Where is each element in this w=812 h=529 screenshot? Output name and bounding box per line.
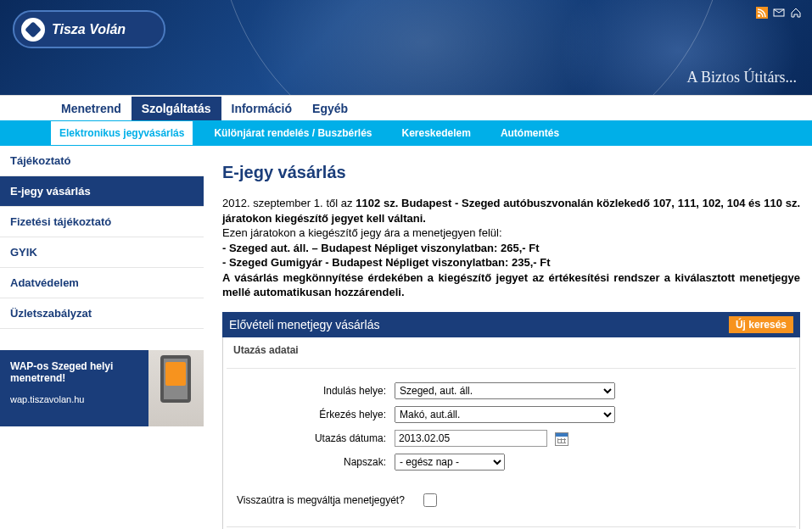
sidebar: Tájékoztató E-jegy vásárlás Fizetési táj… (0, 146, 204, 529)
nav-szolgaltatas[interactable]: Szolgáltatás (132, 97, 221, 120)
section-title: Elővételi menetjegy vásárlás (229, 318, 379, 331)
daypart-select[interactable]: - egész nap - (395, 454, 505, 471)
date-label: Utazás dátuma: (233, 432, 395, 444)
logo-mark-icon (21, 18, 45, 42)
intro-line2: Ezen járatokon a kiegészítő jegy ára a m… (222, 226, 502, 239)
daypart-label: Napszak: (233, 456, 395, 468)
wap-promo-box[interactable]: WAP-os Szeged helyi menetrend! wap.tisza… (0, 350, 204, 426)
return-checkbox[interactable] (423, 493, 437, 507)
sidebar-item-ejegy[interactable]: E-jegy vásárlás (0, 176, 204, 207)
tab-automentes[interactable]: Autómentés (492, 121, 568, 145)
home-icon[interactable] (790, 7, 802, 19)
top-utility-icons (756, 7, 802, 19)
section-bar: Elővételi menetjegy vásárlás Új keresés (222, 312, 800, 337)
mail-icon[interactable] (773, 7, 785, 19)
sidebar-item-fizetesi[interactable]: Fizetési tájékoztató (0, 207, 204, 237)
nav-informacio[interactable]: Információ (221, 97, 303, 120)
main-content: E-jegy vásárlás 2012. szeptember 1. től … (204, 146, 812, 529)
nav-menetrend[interactable]: Menetrend (51, 97, 132, 120)
brand-name: Tisza Volán (52, 22, 126, 37)
wap-promo-title: WAP-os Szeged helyi menetrend! (10, 360, 113, 384)
intro-bold4: A vásárlás megkönnyítése érdekében a kie… (222, 271, 800, 299)
panel-subtitle: Utazás adatai (227, 341, 796, 369)
sidebar-item-gyik[interactable]: GYIK (0, 237, 204, 268)
wap-promo-url: wap.tiszavolan.hu (10, 394, 138, 404)
panel-divider (227, 526, 796, 527)
intro-text: 2012. szeptember 1. től az 1102 sz. Buda… (222, 196, 800, 300)
departure-select[interactable]: Szeged, aut. áll. (395, 382, 615, 399)
sidebar-item-uzletszabalyzat[interactable]: Üzletszabályzat (0, 298, 204, 329)
svg-point-1 (758, 14, 760, 17)
rss-icon[interactable] (756, 7, 768, 19)
new-search-button[interactable]: Új keresés (729, 316, 793, 333)
tab-kereskedelem[interactable]: Kereskedelem (393, 121, 479, 145)
intro-bold3: - Szeged Gumigyár - Budapest Népliget vi… (222, 256, 550, 269)
tab-kulonjarat[interactable]: Különjárat rendelés / Buszbérlés (205, 121, 380, 145)
main-nav: Menetrend Szolgáltatás Információ Egyéb (0, 95, 812, 120)
page-title: E-jegy vásárlás (222, 163, 800, 182)
header-banner: Tisza Volán A Biztos Útitárs... (0, 0, 812, 95)
nav-egyeb[interactable]: Egyéb (302, 97, 358, 120)
phone-icon (148, 350, 204, 426)
dep-label: Indulás helye: (233, 385, 395, 397)
return-label: Visszaútra is megváltja menetjegyét? (237, 494, 405, 506)
calendar-icon[interactable] (555, 432, 568, 446)
sidebar-item-tajekoztato[interactable]: Tájékoztató (0, 146, 204, 176)
svg-rect-0 (756, 7, 768, 19)
arrival-select[interactable]: Makó, aut.áll. (395, 406, 615, 423)
form-panel: Utazás adatai Indulás helye: Szeged, aut… (222, 337, 800, 529)
intro-bold2: - Szeged aut. áll. – Budapest Népliget v… (222, 242, 539, 254)
travel-date-input[interactable] (395, 430, 547, 447)
arr-label: Érkezés helye: (233, 409, 395, 420)
intro-prefix: 2012. szeptember 1. től az (222, 197, 356, 209)
header-slogan: A Biztos Útitárs... (687, 69, 798, 86)
sidebar-item-adatvedelem[interactable]: Adatvédelem (0, 268, 204, 298)
sub-nav: Elektronikus jegyvásárlás Különjárat ren… (0, 120, 812, 146)
tab-ejegy[interactable]: Elektronikus jegyvásárlás (51, 121, 193, 145)
logo-badge[interactable]: Tisza Volán (13, 10, 165, 48)
